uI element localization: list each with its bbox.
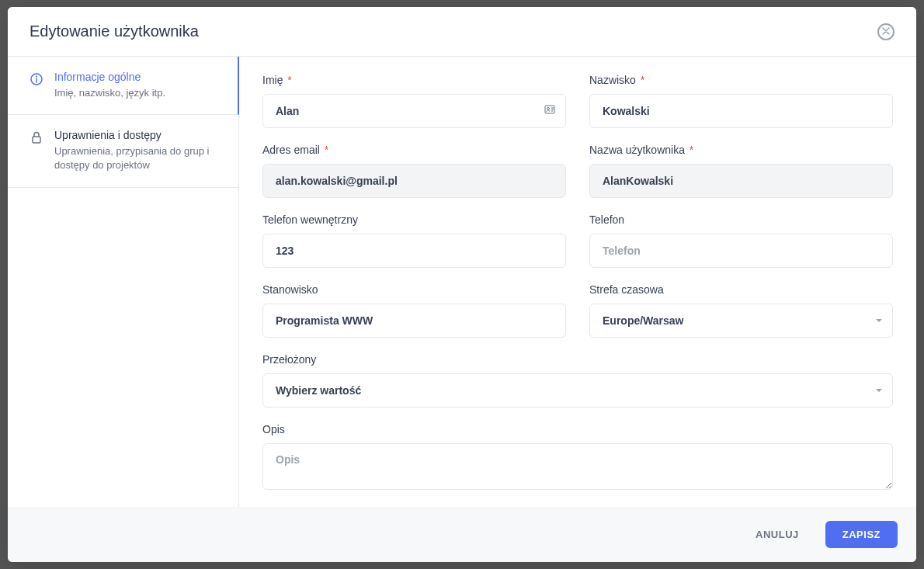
username-input	[589, 164, 893, 198]
field-label: Strefa czasowa	[589, 283, 893, 296]
field-label: Adres email *	[262, 144, 566, 156]
edit-user-modal: Edytowanie użytkownika Informacje ogólne…	[8, 7, 916, 562]
sidebar-item-sub: Imię, nazwisko, język itp.	[54, 86, 224, 100]
description-textarea[interactable]	[262, 443, 893, 490]
sidebar-item-permissions[interactable]: Uprawnienia i dostępy Uprawnienia, przyp…	[8, 115, 238, 187]
position-input[interactable]	[262, 304, 566, 338]
sidebar-item-general[interactable]: Informacje ogólne Imię, nazwisko, język …	[8, 57, 239, 115]
internal-phone-input[interactable]	[262, 234, 566, 268]
modal-body: Informacje ogólne Imię, nazwisko, język …	[8, 57, 916, 507]
field-first-name: Imię *	[262, 74, 566, 128]
field-email: Adres email *	[262, 144, 566, 198]
modal-header: Edytowanie użytkownika	[8, 7, 916, 57]
lock-icon	[30, 130, 43, 144]
field-last-name: Nazwisko *	[589, 74, 893, 128]
close-button[interactable]	[877, 23, 894, 40]
field-label: Telefon wewnętrzny	[262, 213, 566, 226]
info-icon	[30, 72, 43, 86]
sidebar-item-title: Informacje ogólne	[54, 71, 224, 83]
field-label: Nazwisko *	[589, 74, 893, 86]
svg-rect-2	[33, 137, 40, 143]
modal-title: Edytowanie użytkownika	[30, 23, 199, 40]
supervisor-select[interactable]: Wybierz wartość	[262, 373, 893, 408]
sidebar: Informacje ogólne Imię, nazwisko, język …	[8, 57, 239, 507]
field-label: Telefon	[589, 213, 893, 226]
field-label: Stanowisko	[262, 283, 566, 296]
field-position: Stanowisko	[262, 283, 566, 338]
field-supervisor: Przełożony Wybierz wartość	[262, 353, 893, 408]
cancel-button[interactable]: ANULUJ	[738, 521, 816, 548]
close-icon	[882, 27, 890, 36]
field-internal-phone: Telefon wewnętrzny	[262, 213, 566, 268]
field-label: Przełożony	[262, 353, 893, 366]
last-name-input[interactable]	[589, 94, 893, 128]
timezone-select[interactable]: Europe/Warsaw	[589, 304, 893, 338]
field-label: Opis	[262, 423, 893, 435]
field-label: Nazwa użytkownika *	[589, 144, 893, 156]
save-button[interactable]: ZAPISZ	[825, 521, 898, 548]
field-timezone: Strefa czasowa Europe/Warsaw	[589, 283, 893, 338]
svg-point-4	[547, 108, 550, 110]
field-description: Opis	[262, 423, 893, 493]
modal-footer: ANULUJ ZAPISZ	[8, 507, 916, 562]
field-username: Nazwa użytkownika *	[589, 144, 893, 198]
sidebar-item-title: Uprawnienia i dostępy	[54, 129, 224, 141]
contact-card-icon	[544, 104, 555, 118]
field-phone: Telefon	[589, 213, 893, 268]
sidebar-item-sub: Uprawnienia, przypisania do grup i dostę…	[54, 144, 224, 172]
svg-point-1	[36, 76, 37, 78]
field-label: Imię *	[262, 74, 566, 86]
first-name-input[interactable]	[262, 94, 566, 128]
form-content: Imię * Nazwisko *	[239, 57, 916, 507]
phone-input[interactable]	[589, 234, 893, 268]
email-input	[262, 164, 566, 198]
